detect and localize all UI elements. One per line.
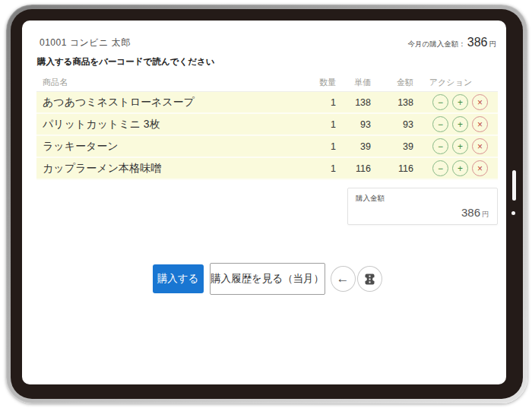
product-name: カップラーメン本格味噌	[43, 162, 310, 176]
side-slot	[512, 170, 516, 201]
decrease-quantity-button[interactable]: −	[432, 138, 448, 154]
col-product-name: 商品名	[43, 77, 310, 88]
unit-price-value: 93	[336, 119, 371, 130]
back-arrow-icon: ←	[337, 271, 350, 286]
unit-price-value: 39	[336, 141, 371, 152]
ticket-keypad-icon	[363, 273, 376, 286]
quantity-value: 1	[310, 119, 336, 130]
app-screen: 01001 コンビニ 太郎 今月の購入金額： 386 円 購入する商品をバーコー…	[22, 21, 506, 384]
row-actions: − + ×	[413, 138, 488, 154]
increase-quantity-button[interactable]: +	[452, 160, 468, 176]
purchase-total-box: 購入金額 386円	[347, 188, 498, 225]
increase-quantity-button[interactable]: +	[452, 138, 468, 154]
user-id-label: 01001 コンビニ 太郎	[40, 36, 131, 49]
remove-item-button[interactable]: ×	[472, 138, 488, 154]
amount-value: 138	[371, 97, 413, 108]
product-name: あつあつミネストローネスープ	[43, 96, 310, 109]
quantity-value: 1	[310, 141, 336, 152]
remove-item-button[interactable]: ×	[472, 160, 488, 176]
product-name: ラッキーターン	[43, 140, 310, 153]
decrease-quantity-button[interactable]: −	[432, 94, 448, 110]
col-amount: 金額	[371, 77, 413, 88]
col-unit-price: 単価	[336, 77, 371, 88]
table-row: カップラーメン本格味噌 1 116 116 − + ×	[36, 158, 498, 180]
keypad-button[interactable]	[357, 266, 382, 292]
remove-item-button[interactable]: ×	[472, 116, 488, 132]
monthly-total-value: 386	[467, 36, 488, 49]
row-actions: − + ×	[413, 160, 488, 176]
table-row: パリットカットミニ 3枚 1 93 93 − + ×	[36, 114, 498, 136]
quantity-value: 1	[310, 97, 336, 108]
table-header-row: 商品名 数量 単価 金額 アクション	[36, 74, 498, 92]
col-action: アクション	[413, 77, 488, 88]
increase-quantity-button[interactable]: +	[452, 94, 468, 110]
side-camera-dot	[511, 211, 515, 215]
purchase-total-unit: 円	[482, 210, 489, 218]
remove-item-button[interactable]: ×	[472, 94, 488, 110]
decrease-quantity-button[interactable]: −	[432, 160, 448, 176]
col-quantity: 数量	[310, 77, 336, 88]
amount-value: 93	[371, 119, 413, 130]
row-actions: − + ×	[413, 116, 488, 132]
table-row: あつあつミネストローネスープ 1 138 138 − + ×	[36, 92, 498, 114]
unit-price-value: 116	[336, 163, 371, 174]
decrease-quantity-button[interactable]: −	[432, 116, 448, 132]
tablet-frame: 01001 コンビニ 太郎 今月の購入金額： 386 円 購入する商品をバーコー…	[6, 5, 527, 403]
monthly-total: 今月の購入金額： 386 円	[408, 36, 496, 49]
tablet-bezel: 01001 コンビニ 太郎 今月の購入金額： 386 円 購入する商品をバーコー…	[11, 9, 523, 399]
amount-value: 39	[371, 141, 413, 152]
product-name: パリットカットミニ 3枚	[43, 118, 310, 131]
row-actions: − + ×	[413, 94, 488, 110]
amount-value: 116	[371, 163, 413, 174]
barcode-instruction: 購入する商品をバーコードで読んでください	[36, 56, 498, 68]
monthly-total-unit: 円	[489, 40, 497, 49]
view-history-button[interactable]: 購入履歴を見る（当月）	[210, 263, 325, 295]
quantity-value: 1	[310, 163, 336, 174]
bottom-actions: 購入する 購入履歴を見る（当月） ←	[36, 263, 498, 295]
table-row: ラッキーターン 1 39 39 − + ×	[36, 136, 498, 158]
buy-button[interactable]: 購入する	[153, 264, 204, 293]
purchase-total-label: 購入金額	[356, 194, 489, 204]
product-table: 商品名 数量 単価 金額 アクション あつあつミネストローネスープ 1 138 …	[36, 74, 498, 180]
purchase-total-value: 386	[461, 206, 480, 219]
increase-quantity-button[interactable]: +	[452, 116, 468, 132]
unit-price-value: 138	[336, 97, 371, 108]
back-button[interactable]: ←	[331, 266, 356, 292]
screen-header: 01001 コンビニ 太郎 今月の購入金額： 386 円	[36, 36, 498, 49]
monthly-total-label: 今月の購入金額：	[408, 40, 466, 49]
